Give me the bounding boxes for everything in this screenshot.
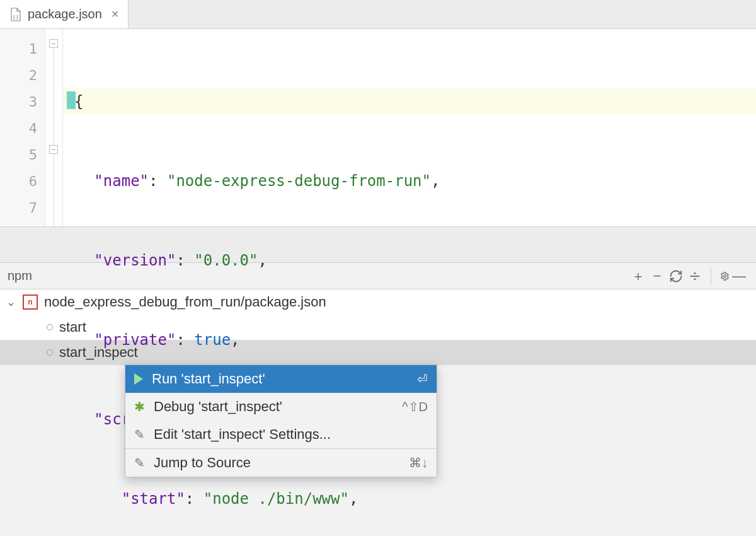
svg-text:{ }: { } [13, 14, 18, 20]
script-bullet-icon [47, 349, 53, 356]
line-number: 3 [0, 88, 45, 115]
code-editor[interactable]: 1 2 3 4 5 6 7 − − { "name": "node-expres… [0, 29, 756, 226]
line-number[interactable]: 7 [0, 194, 45, 221]
script-bullet-icon [47, 324, 53, 330]
json-file-icon: { } [9, 8, 23, 21]
ctx-item-shortcut: ⌘↓ [409, 455, 428, 470]
line-number: 2 [0, 62, 45, 88]
ctx-item-shortcut: ⏎ [417, 371, 428, 387]
ctx-item-shortcut: ^⇧D [402, 399, 428, 414]
ctx-item-label: Jump to Source [154, 455, 400, 471]
bug-icon: ✱ [134, 399, 145, 414]
line-number[interactable]: 6 [0, 168, 45, 194]
ctx-debug-script[interactable]: ✱ Debug 'start_inspect' ^⇧D [125, 393, 437, 421]
pencil-icon: ✎ [134, 427, 145, 442]
ctx-item-label: Edit 'start_inspect' Settings... [154, 426, 428, 443]
play-icon [134, 373, 143, 385]
line-number: 4 [0, 115, 45, 141]
fold-gutter: − − [45, 29, 63, 226]
code-area[interactable]: { "name": "node-express-debug-from-run",… [63, 29, 756, 226]
ctx-edit-settings[interactable]: ✎ Edit 'start_inspect' Settings... [125, 421, 437, 448]
line-number-gutter: 1 2 3 4 5 6 7 [0, 29, 45, 226]
editor-tab-bar: { } package.json ✕ [0, 0, 756, 29]
ctx-item-label: Run 'start_inspect' [152, 371, 408, 387]
context-menu: Run 'start_inspect' ⏎ ✱ Debug 'start_ins… [125, 364, 437, 477]
line-number: 5 [0, 141, 45, 168]
npm-toolwindow-title: npm [8, 269, 32, 283]
line-number: 1 [0, 35, 45, 62]
fold-toggle-icon[interactable]: − [49, 39, 58, 48]
tab-filename: package.json [28, 7, 102, 21]
ctx-run-script[interactable]: Run 'start_inspect' ⏎ [125, 365, 437, 393]
ctx-jump-to-source[interactable]: ✎ Jump to Source ⌘↓ [125, 449, 437, 477]
pencil-icon: ✎ [134, 455, 145, 470]
close-tab-icon[interactable]: ✕ [111, 8, 119, 20]
editor-tab-package-json[interactable]: { } package.json ✕ [0, 0, 129, 28]
fold-toggle-icon[interactable]: − [49, 145, 58, 154]
chevron-down-icon: ⌄ [6, 295, 16, 309]
npm-package-icon: n [23, 294, 38, 310]
ctx-item-label: Debug 'start_inspect' [154, 399, 393, 415]
